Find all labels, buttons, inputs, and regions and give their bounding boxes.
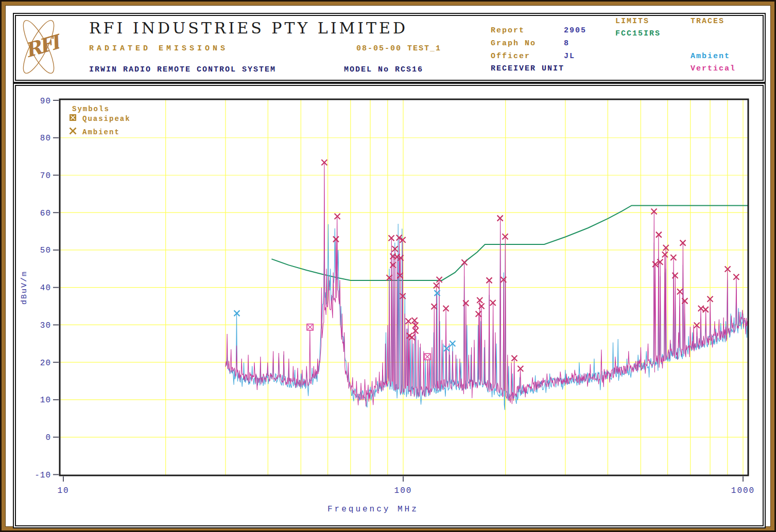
company-name: RFI INDUSTRIES PTY LIMITED	[89, 19, 408, 37]
legend-ambient-label: Ambient	[82, 128, 120, 136]
svg-text:60: 60	[40, 209, 51, 218]
svg-text:100: 100	[394, 486, 412, 495]
graph-no-value: 8	[564, 39, 570, 48]
svg-text:70: 70	[40, 171, 51, 181]
report-value: 2905	[564, 26, 587, 35]
rfi-logo: RFI	[18, 16, 59, 78]
model-number: MODEL No RCS16	[344, 65, 423, 74]
svg-text:-10: -10	[35, 471, 51, 480]
officer-label: Officer	[491, 52, 530, 61]
emc-test-report: RFI RFI INDUSTRIES PTY LIMITED RADIATED …	[0, 0, 776, 532]
limit-name: FCC15IRS	[615, 29, 661, 38]
test-id: 08-05-00 TEST_1	[356, 44, 441, 53]
y-axis-title: dBuV/m	[20, 271, 29, 305]
svg-text:40: 40	[40, 283, 51, 293]
report-type: RADIATED EMISSIONS	[89, 44, 228, 53]
svg-text:90: 90	[40, 97, 51, 106]
traces-label: TRACES	[691, 17, 725, 26]
svg-text:20: 20	[40, 359, 51, 368]
report-label: Report	[491, 26, 525, 35]
legend-quasipeak-label: Quasipeak	[82, 115, 131, 123]
svg-text:30: 30	[40, 321, 51, 330]
graph-no-label: Graph No	[491, 39, 536, 48]
svg-text:1000: 1000	[731, 486, 755, 495]
svg-text:80: 80	[40, 134, 51, 143]
chart-container: -100102030405060708090101001000Frequency…	[13, 83, 766, 528]
svg-text:50: 50	[40, 246, 51, 255]
emissions-chart: -100102030405060708090101001000Frequency…	[16, 86, 763, 525]
svg-text:10: 10	[57, 486, 69, 495]
equipment-name: IRWIN RADIO REMOTE CONTROL SYSTEM	[89, 65, 276, 74]
unit-name: RECEIVER UNIT	[491, 64, 564, 73]
officer-value: JL	[564, 52, 575, 61]
trace-ambient-label: Ambient	[691, 52, 730, 61]
svg-text:10: 10	[40, 396, 51, 405]
report-header: RFI RFI INDUSTRIES PTY LIMITED RADIATED …	[13, 13, 766, 83]
limits-label: LIMITS	[615, 17, 649, 26]
trace-vertical-label: Vertical	[691, 64, 736, 73]
legend-title: Symbols	[72, 105, 110, 113]
x-axis-title: Frequency MHz	[327, 505, 419, 514]
rfi-logo-text: RFI	[22, 29, 59, 62]
svg-text:0: 0	[45, 433, 51, 442]
